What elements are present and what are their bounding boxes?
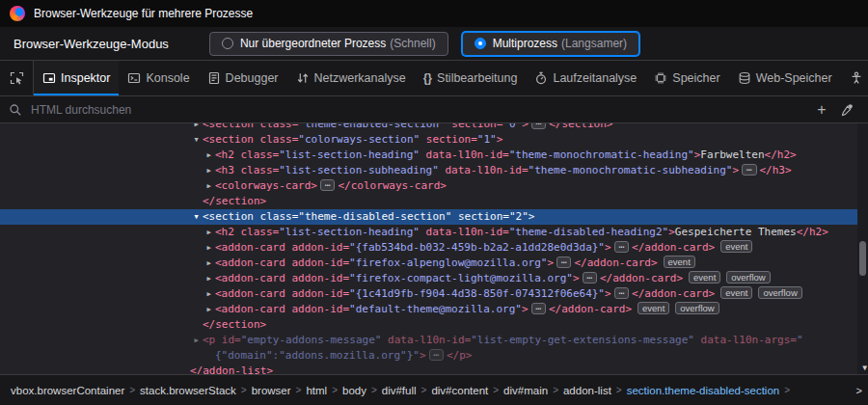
- mode-option-multiprocess[interactable]: Multiprozess (Langsamer): [462, 32, 639, 56]
- expand-twisty-icon[interactable]: ▶: [203, 240, 215, 256]
- markup-val: "{1c41d9fb-f904-4d38-850f-074312f06e64}": [349, 287, 605, 300]
- markup-tag: >: [522, 303, 529, 315]
- markup-val: "firefox-alpenglow@mozilla.org": [349, 256, 547, 269]
- markup-val: ": [797, 334, 803, 346]
- expand-twisty-icon[interactable]: ▶: [190, 123, 203, 132]
- breadcrumb-item[interactable]: section.theme-disabled-section: [624, 383, 783, 398]
- expand-twisty-icon[interactable]: ▶: [203, 256, 215, 271]
- tab-styleeditor[interactable]: {}Stilbearbeitung: [415, 61, 527, 95]
- breadcrumb-item[interactable]: div#full: [379, 383, 420, 398]
- inline-ellipsis-badge[interactable]: ⋯: [614, 241, 629, 253]
- breadcrumb: vbox.browserContainer>stack.browserStack…: [0, 374, 868, 405]
- overflow-badge[interactable]: overflow: [726, 271, 770, 284]
- inline-ellipsis-badge[interactable]: ⋯: [556, 256, 571, 268]
- markup-line[interactable]: ▶<addon-card addon-id="default-theme@moz…: [0, 302, 868, 317]
- expand-twisty-icon[interactable]: ▶: [203, 271, 215, 286]
- markup-line[interactable]: ▶<addon-card addon-id="{1c41d9fb-f904-4d…: [0, 286, 868, 302]
- expand-twisty-icon[interactable]: ▶: [203, 302, 215, 317]
- markup-line[interactable]: </section>: [0, 194, 868, 209]
- markup-line[interactable]: ▶<h2 class="list-section-heading" data-l…: [0, 225, 868, 240]
- breadcrumb-item[interactable]: body: [339, 383, 369, 398]
- event-badge[interactable]: event: [720, 286, 752, 299]
- breadcrumb-item[interactable]: vbox.browserContainer: [8, 383, 127, 398]
- node-picker-button[interactable]: [0, 61, 34, 95]
- tab-label: Netzwerkanalyse: [314, 71, 406, 85]
- scrollbar-down-icon[interactable]: ▼: [862, 364, 867, 373]
- breadcrumb-item[interactable]: browser: [249, 383, 294, 398]
- collapse-twisty-icon[interactable]: ▼: [190, 209, 203, 225]
- markup-line[interactable]: ▶<addon-card addon-id="{fab534bd-b032-45…: [0, 240, 868, 256]
- inline-ellipsis-badge[interactable]: ⋯: [429, 349, 444, 361]
- markup-attr: addon-id=: [285, 241, 349, 254]
- inline-ellipsis-badge[interactable]: ⋯: [742, 164, 756, 176]
- breadcrumb-item[interactable]: addon-list: [560, 383, 614, 398]
- tab-accessibility[interactable]: Barrierefreiheit: [841, 61, 868, 95]
- tab-performance[interactable]: Laufzeitanalyse: [526, 61, 645, 95]
- eyedropper-button[interactable]: [834, 99, 859, 121]
- event-badge[interactable]: event: [664, 256, 695, 268]
- markup-view: ▶<section class="theme-enabled-section" …: [0, 123, 868, 374]
- markup-attr: addon-id=: [285, 287, 349, 300]
- markup-line[interactable]: ▶<h2 class="list-section-heading" data-l…: [0, 148, 868, 163]
- markup-tag: </h3>: [760, 164, 792, 176]
- expand-twisty-icon[interactable]: ▶: [203, 225, 215, 240]
- markup-line[interactable]: {"domain":"addons.mozilla.org"}">⋯</p>: [0, 348, 868, 364]
- inline-ellipsis-badge[interactable]: ⋯: [531, 303, 546, 314]
- expand-twisty-icon[interactable]: ▶: [203, 148, 215, 163]
- expand-twisty-icon[interactable]: ▶: [203, 286, 215, 302]
- markup-line[interactable]: ▶<addon-card addon-id="firefox-compact-l…: [0, 271, 868, 286]
- markup-val: "list-section-heading": [279, 148, 420, 161]
- search-input[interactable]: [29, 102, 809, 118]
- breadcrumb-item[interactable]: div#main: [501, 383, 551, 398]
- expand-twisty-icon[interactable]: ▶: [203, 163, 215, 178]
- console-icon: [127, 71, 141, 85]
- scrollbar-thumb[interactable]: [859, 241, 866, 276]
- markup-line[interactable]: ▶<section class="theme-enabled-section" …: [0, 123, 868, 132]
- tab-memory[interactable]: Speicher: [645, 61, 728, 95]
- event-badge[interactable]: event: [637, 302, 669, 314]
- collapse-twisty-icon[interactable]: ▼: [190, 132, 203, 148]
- event-badge[interactable]: event: [689, 271, 720, 284]
- markup-line-selected[interactable]: ▼<section class="theme-disabled-section"…: [0, 209, 868, 225]
- overflow-badge[interactable]: overflow: [675, 302, 719, 314]
- markup-line[interactable]: ▶<addon-card addon-id="firefox-alpenglow…: [0, 256, 868, 271]
- mode-option-label: Multiprozess: [493, 37, 557, 50]
- inline-ellipsis-badge[interactable]: ⋯: [320, 179, 335, 191]
- markup-code: <colorways-card>⋯</colorways-card>: [215, 178, 447, 194]
- tab-inspector[interactable]: Inspektor: [34, 61, 119, 95]
- tab-label: Laufzeitanalyse: [553, 71, 637, 85]
- markup-line[interactable]: ▶<p id="empty-addons-message" data-l10n-…: [0, 333, 868, 348]
- markup-line[interactable]: </addon-list>: [0, 364, 868, 374]
- markup-val: "list-empty-get-extensions-message": [471, 334, 694, 346]
- markup-line[interactable]: </section>: [0, 317, 868, 333]
- expand-twisty-icon[interactable]: ▶: [190, 333, 203, 348]
- accessibility-icon: [850, 71, 863, 85]
- breadcrumb-item[interactable]: stack.browserStack: [137, 383, 239, 398]
- breadcrumb-separator: >: [371, 385, 377, 395]
- breadcrumb-separator: >: [421, 385, 427, 395]
- markup-attr: class=: [234, 164, 279, 176]
- markup-line[interactable]: ▶<colorways-card>⋯</colorways-card>: [0, 178, 868, 194]
- markup-tag: </colorways-card>: [338, 179, 447, 192]
- tab-storage[interactable]: Web-Speicher: [729, 61, 841, 95]
- breadcrumb-item[interactable]: div#content: [428, 383, 491, 398]
- tab-console[interactable]: Konsole: [119, 61, 198, 95]
- markup-line[interactable]: ▼<section class="colorways-section" sect…: [0, 132, 868, 148]
- breadcrumb-separator: >: [553, 385, 558, 395]
- breadcrumb-items: vbox.browserContainer>stack.browserStack…: [8, 383, 792, 398]
- breadcrumb-separator: >: [493, 385, 499, 395]
- event-badge[interactable]: event: [720, 240, 752, 253]
- tab-debugger[interactable]: Debugger: [199, 61, 287, 95]
- mode-option-parent-process[interactable]: Nur übergeordneter Prozess (Schnell): [209, 32, 448, 56]
- markup-tag: </p>: [447, 349, 473, 362]
- markup-line[interactable]: ▶<h3 class="list-section-subheading" dat…: [0, 163, 868, 178]
- breadcrumb-scroll-right-icon[interactable]: >: [856, 385, 862, 396]
- breadcrumb-item[interactable]: html: [303, 383, 330, 398]
- tab-network[interactable]: Netzwerkanalyse: [287, 61, 415, 95]
- inline-ellipsis-badge[interactable]: ⋯: [531, 123, 546, 129]
- add-node-button[interactable]: +: [809, 99, 834, 121]
- overflow-badge[interactable]: overflow: [758, 286, 801, 299]
- inline-ellipsis-badge[interactable]: ⋯: [583, 272, 597, 284]
- expand-twisty-icon[interactable]: ▶: [203, 178, 215, 194]
- inline-ellipsis-badge[interactable]: ⋯: [614, 287, 629, 299]
